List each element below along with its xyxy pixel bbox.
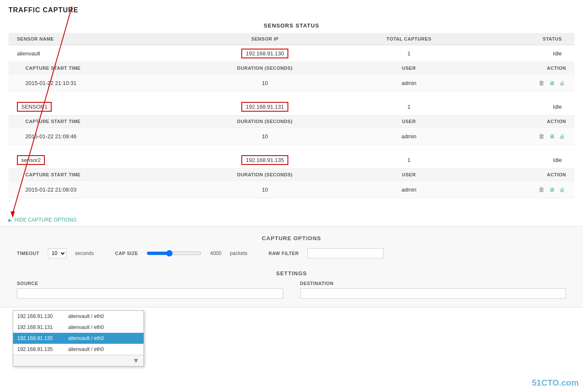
delete-icon-sensor1-0[interactable]: 🗑	[537, 132, 546, 140]
view-icon-sensor2-0[interactable]: 🖨	[558, 185, 566, 194]
capsize-value: 4000	[210, 250, 221, 256]
rawfilter-label: RAW FILTER	[268, 251, 298, 256]
capsize-slider-container	[146, 250, 202, 257]
capture-duration-alienvault-0: 10	[187, 74, 343, 92]
sensor-row-alienvault: alienvault 192.168.91.130 1 Idle	[8, 45, 575, 62]
spacer-1	[8, 92, 575, 99]
sensors-table: SENSOR NAME SENSOR IP TOTAL CAPTURES STA…	[8, 33, 575, 205]
capture-row-sensor1-0: 2015-01-22 21:09:46 10 admin 🗑 🖥 🖨	[8, 128, 575, 145]
capture-duration-sensor1-0: 10	[187, 128, 343, 145]
sensor-status-sensor1: Idle	[475, 99, 575, 115]
timeout-select[interactable]: 10 20 30 60	[48, 248, 66, 258]
view-icon-alienvault-0[interactable]: 🖨	[558, 79, 566, 87]
hide-capture-options-link[interactable]: ▶ HIDE CAPTURE OPTIONS	[0, 214, 583, 226]
capture-user-sensor1-0: admin	[343, 128, 475, 145]
download-icon-sensor2-0[interactable]: 🖥	[547, 185, 556, 194]
sensor-total-captures-sensor2: 1	[343, 152, 475, 169]
source-label: SOURCE	[17, 281, 283, 286]
capture-options-section: CAPTURE OPTIONS TIMEOUT 10 20 30 60 seco…	[0, 226, 583, 307]
hide-options-arrow-icon: ▶	[8, 218, 12, 222]
col-total-captures: TOTAL CAPTURES	[343, 33, 475, 45]
sensor-total-captures-sensor1: 1	[343, 99, 475, 115]
capture-subheader-alienvault: CAPTURE START TIME DURATION (SECONDS) US…	[8, 62, 575, 74]
capture-time-sensor2-0: 2015-01-22 21:08:03	[8, 181, 187, 198]
settings-title: SETTINGS	[8, 265, 575, 281]
capture-subheader-sensor2: CAPTURE START TIME DURATION (SECONDS) US…	[8, 169, 575, 181]
rawfilter-input[interactable]	[307, 248, 384, 258]
settings-row: SOURCE DESTINATION	[8, 281, 575, 299]
page-title: TRAFFIC CAPTURE	[0, 0, 583, 18]
sensor-ip-sensor1: 192.168.91.131	[241, 102, 288, 112]
hide-options-text: HIDE CAPTURE OPTIONS	[14, 217, 77, 223]
sensors-status-title: SENSORS STATUS	[8, 18, 575, 33]
spacer-2	[8, 145, 575, 152]
source-input[interactable]	[17, 288, 283, 299]
download-icon-alienvault-0[interactable]: 🖥	[547, 79, 556, 87]
download-icon-sensor1-0[interactable]: 🖥	[547, 132, 556, 140]
capture-row-alienvault-0: 2015-01-22 21:10:31 10 admin 🗑 🖥 🖨	[8, 74, 575, 92]
capsize-label: CAP SIZE	[115, 251, 138, 256]
sensor-name-sensor2: sensor2	[17, 155, 45, 165]
capture-time-sensor1-0: 2015-01-22 21:09:46	[8, 128, 187, 145]
sensor-ip-sensor2: 192.168.91.135	[241, 155, 288, 165]
settings-destination-col: DESTINATION	[300, 281, 566, 299]
sensor-row-sensor1: SENSOR1 192.168.91.131 1 Idle	[8, 99, 575, 115]
capture-user-alienvault-0: admin	[343, 74, 475, 92]
sensor-name-alienvault: alienvault	[17, 50, 40, 57]
timeout-label: TIMEOUT	[17, 251, 39, 256]
capture-options-row: TIMEOUT 10 20 30 60 seconds CAP SIZE 400…	[8, 248, 575, 258]
sensor-status-sensor2: Idle	[475, 152, 575, 169]
destination-input[interactable]	[300, 288, 566, 299]
sensor-name-sensor1: SENSOR1	[17, 102, 52, 112]
col-sensor-ip: SENSOR IP	[187, 33, 343, 45]
capture-time-alienvault-0: 2015-01-22 21:10:31	[8, 74, 187, 92]
sensor-row-sensor2: sensor2 192.168.91.135 1 Idle	[8, 152, 575, 169]
view-icon-sensor1-0[interactable]: 🖨	[558, 132, 566, 140]
destination-label: DESTINATION	[300, 281, 566, 286]
timeout-unit: seconds	[75, 250, 94, 256]
delete-icon-sensor2-0[interactable]: 🗑	[537, 185, 546, 194]
spacer-3	[8, 198, 575, 206]
capture-user-sensor2-0: admin	[343, 181, 475, 198]
col-status: STATUS	[475, 33, 575, 45]
capture-options-title: CAPTURE OPTIONS	[8, 235, 575, 248]
capture-subheader-sensor1: CAPTURE START TIME DURATION (SECONDS) US…	[8, 115, 575, 128]
capture-row-sensor2-0: 2015-01-22 21:08:03 10 admin 🗑 🖥 🖨	[8, 181, 575, 198]
sensor-status-alienvault: Idle	[475, 45, 575, 62]
settings-source-col: SOURCE	[17, 281, 283, 299]
capture-duration-sensor2-0: 10	[187, 181, 343, 198]
sensor-total-captures-alienvault: 1	[343, 45, 475, 62]
delete-icon-alienvault-0[interactable]: 🗑	[537, 79, 546, 87]
col-sensor-name: SENSOR NAME	[8, 33, 187, 45]
sensor-ip-alienvault: 192.168.91.130	[241, 49, 288, 58]
capsize-slider[interactable]	[146, 250, 202, 257]
capsize-unit: packets	[230, 250, 247, 256]
